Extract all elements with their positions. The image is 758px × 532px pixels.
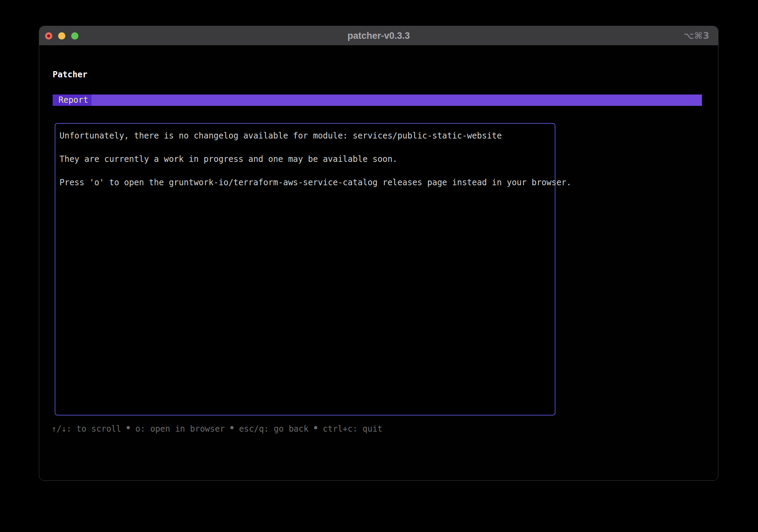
window-title: patcher-v0.3.3: [39, 26, 718, 45]
report-line: Press 'o' to open the gruntwork-io/terra…: [59, 177, 549, 188]
tab-bar: Report: [53, 95, 702, 106]
report-panel: Unfortunately, there is no changelog ava…: [55, 123, 555, 415]
help-bar: ↑/↓: to scroll • o: open in browser • es…: [52, 422, 382, 435]
titlebar: patcher-v0.3.3 ⌥⌘3: [39, 26, 718, 45]
bullet-separator-icon: •: [125, 422, 131, 434]
help-item-scroll: ↑/↓: to scroll: [52, 423, 121, 435]
terminal-window: patcher-v0.3.3 ⌥⌘3 Patcher Report Unfort…: [39, 26, 718, 481]
help-item-open: o: open in browser: [136, 423, 225, 435]
help-item-quit: ctrl+c: quit: [323, 423, 382, 435]
bullet-separator-icon: •: [312, 422, 319, 434]
help-item-back: esc/q: go back: [239, 423, 308, 435]
bullet-separator-icon: •: [229, 422, 235, 434]
report-line: Unfortunately, there is no changelog ava…: [59, 130, 549, 142]
page-title: Patcher: [53, 69, 87, 80]
tab-report[interactable]: Report: [53, 95, 91, 106]
report-line: They are currently a work in progress an…: [59, 153, 549, 165]
window-shortcut-badge: ⌥⌘3: [684, 26, 710, 45]
